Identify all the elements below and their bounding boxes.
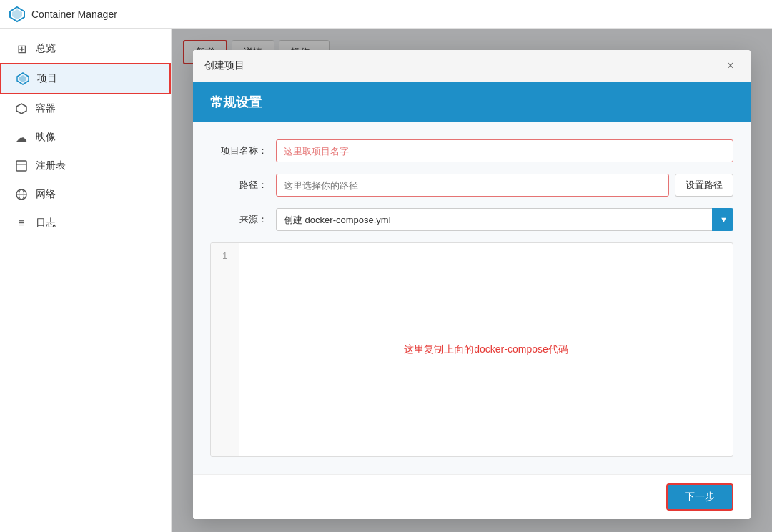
title-bar: Container Manager xyxy=(0,0,772,29)
line-number-1: 1 xyxy=(222,250,227,261)
next-button[interactable]: 下一步 xyxy=(666,483,733,511)
sidebar-item-network[interactable]: 网络 xyxy=(0,180,171,209)
container-icon xyxy=(14,102,29,116)
network-icon xyxy=(14,187,29,202)
path-input-group: 设置路径 xyxy=(276,174,733,197)
modal-overlay: 创建项目 × 常规设置 项目名称： 路径： xyxy=(172,29,772,532)
sidebar-item-image[interactable]: ☁ 映像 xyxy=(0,123,171,152)
code-placeholder: 这里复制上面的docker-compose代码 xyxy=(404,343,568,356)
sidebar-label-overview: 总览 xyxy=(36,42,56,55)
sidebar-label-network: 网络 xyxy=(36,188,56,201)
modal-header-title: 常规设置 xyxy=(210,95,262,109)
modal-footer: 下一步 xyxy=(193,474,751,519)
svg-marker-3 xyxy=(19,75,26,82)
modal-body: 项目名称： 路径： 设置路径 来源： xyxy=(193,122,751,474)
code-gutter: 1 xyxy=(211,243,239,456)
create-project-modal: 创建项目 × 常规设置 项目名称： 路径： xyxy=(193,50,751,519)
path-label: 路径： xyxy=(210,179,267,192)
sidebar-label-image: 映像 xyxy=(36,131,56,144)
code-editor[interactable]: 1 这里复制上面的docker-compose代码 xyxy=(210,242,733,457)
source-row: 来源： 创建 docker-compose.yml 上传 docker-comp… xyxy=(210,208,733,231)
sidebar-item-container[interactable]: 容器 xyxy=(0,94,171,123)
sidebar-item-registry[interactable]: 注册表 xyxy=(0,152,171,180)
sidebar-label-project: 项目 xyxy=(37,72,57,85)
content-area: 新增 详情 操作 ▾ 创建项目 × 常规设置 xyxy=(172,29,772,532)
path-input[interactable] xyxy=(276,174,669,197)
svg-rect-5 xyxy=(16,161,26,171)
svg-marker-4 xyxy=(16,104,26,114)
log-icon: ≡ xyxy=(14,216,29,230)
main-layout: ⊞ 总览 项目 容器 ☁ 映像 注册表 xyxy=(0,29,772,532)
source-select[interactable]: 创建 docker-compose.yml 上传 docker-compose.… xyxy=(276,208,733,231)
overview-icon: ⊞ xyxy=(14,41,29,56)
path-row: 路径： 设置路径 xyxy=(210,174,733,197)
app-icon xyxy=(9,6,26,23)
sidebar-item-log[interactable]: ≡ 日志 xyxy=(0,209,171,237)
source-label: 来源： xyxy=(210,213,267,226)
modal-close-button[interactable]: × xyxy=(722,57,739,74)
sidebar-item-project[interactable]: 项目 xyxy=(0,63,171,94)
sidebar-label-registry: 注册表 xyxy=(36,159,66,172)
sidebar: ⊞ 总览 项目 容器 ☁ 映像 注册表 xyxy=(0,29,172,532)
modal-header-blue: 常规设置 xyxy=(193,82,751,122)
source-select-wrapper: 创建 docker-compose.yml 上传 docker-compose.… xyxy=(276,208,733,231)
project-name-input[interactable] xyxy=(276,139,733,162)
project-name-label: 项目名称： xyxy=(210,144,267,157)
set-path-button[interactable]: 设置路径 xyxy=(675,174,733,197)
sidebar-label-container: 容器 xyxy=(36,102,56,115)
code-content[interactable]: 这里复制上面的docker-compose代码 xyxy=(239,243,733,456)
app-title: Container Manager xyxy=(31,9,117,20)
project-icon xyxy=(16,72,30,86)
project-name-row: 项目名称： xyxy=(210,139,733,162)
modal-titlebar: 创建项目 × xyxy=(193,50,751,82)
registry-icon xyxy=(14,159,29,173)
svg-marker-1 xyxy=(12,9,22,19)
sidebar-item-overview[interactable]: ⊞ 总览 xyxy=(0,34,171,63)
sidebar-label-log: 日志 xyxy=(36,217,56,230)
modal-title: 创建项目 xyxy=(204,59,244,72)
image-icon: ☁ xyxy=(14,130,29,144)
